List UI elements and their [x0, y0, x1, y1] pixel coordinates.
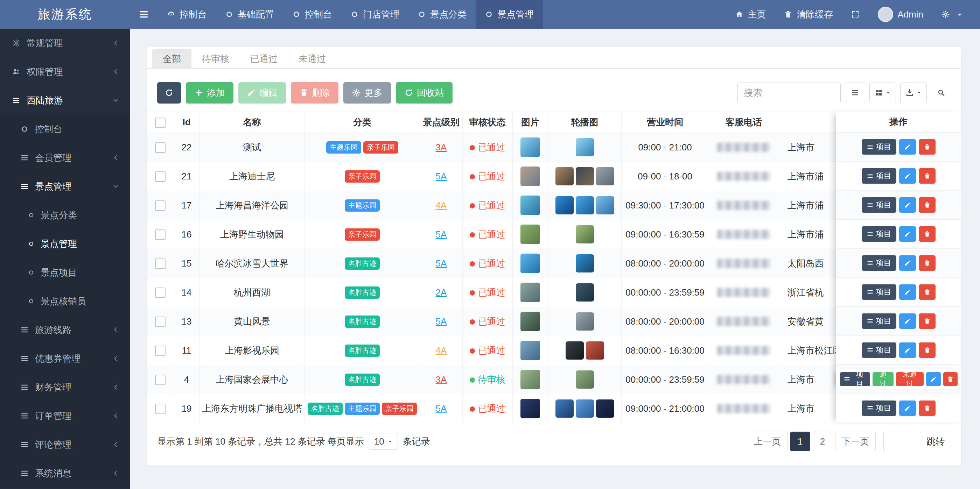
level-link[interactable]: 2A	[436, 287, 447, 298]
row-checkbox[interactable]	[155, 229, 165, 240]
row-edit-button[interactable]	[899, 284, 916, 300]
attraction-photo[interactable]	[520, 370, 540, 389]
edit-button[interactable]: 编辑	[239, 82, 286, 103]
carousel-photo[interactable]	[576, 254, 594, 273]
level-link[interactable]: 4A	[436, 345, 447, 356]
columns-button[interactable]	[869, 83, 896, 103]
row-checkbox[interactable]	[155, 142, 165, 153]
sidebar-toggle-button[interactable]	[130, 0, 158, 29]
delete-button[interactable]: 删除	[291, 82, 339, 103]
attraction-photo[interactable]	[520, 341, 540, 360]
attraction-photo[interactable]	[520, 283, 540, 302]
column-header[interactable]: 审核状态	[462, 112, 512, 133]
tab-filter[interactable]: 已通过	[240, 49, 288, 68]
row-checkbox[interactable]	[155, 404, 165, 414]
carousel-photo[interactable]	[555, 400, 574, 418]
row-checkbox[interactable]	[155, 316, 165, 327]
select-all-checkbox[interactable]	[155, 117, 165, 128]
page-number-button[interactable]: 2	[813, 432, 832, 451]
attraction-photo[interactable]	[520, 225, 540, 244]
project-button[interactable]: 项目	[862, 168, 896, 184]
level-link[interactable]: 3A	[436, 374, 447, 385]
attraction-photo[interactable]	[520, 167, 540, 186]
sidebar-item[interactable]: 景点管理	[0, 229, 130, 258]
project-button[interactable]: 项目	[862, 256, 896, 271]
column-header[interactable]: 分类	[304, 112, 420, 133]
row-edit-button[interactable]	[899, 256, 916, 271]
carousel-photo[interactable]	[576, 370, 594, 389]
row-delete-button[interactable]	[919, 313, 935, 329]
jump-button[interactable]: 跳转	[920, 432, 951, 451]
sidebar-item[interactable]: 控制台	[0, 115, 130, 143]
column-header[interactable]: 客服电话	[709, 112, 779, 133]
toggle-view-button[interactable]	[845, 83, 865, 103]
row-delete-button[interactable]	[919, 343, 935, 358]
settings-menu[interactable]	[932, 0, 973, 29]
topnav-item[interactable]: 控制台	[283, 0, 341, 29]
row-checkbox[interactable]	[155, 346, 165, 356]
attraction-photo[interactable]	[520, 399, 540, 418]
recycle-bin-button[interactable]: 回收站	[396, 82, 453, 103]
carousel-photo[interactable]	[555, 196, 574, 214]
topnav-item[interactable]: 景点管理	[476, 0, 543, 29]
row-edit-button[interactable]	[926, 372, 941, 386]
page-size-select[interactable]: 10	[369, 433, 398, 450]
level-link[interactable]: 5A	[436, 229, 447, 240]
page-number-button[interactable]: 1	[790, 432, 810, 451]
search-input[interactable]	[737, 83, 841, 103]
attraction-photo[interactable]	[520, 138, 540, 157]
refresh-button[interactable]	[157, 82, 181, 103]
row-checkbox[interactable]	[155, 200, 165, 211]
row-checkbox[interactable]	[155, 287, 165, 298]
tab-filter[interactable]: 全部	[152, 49, 191, 68]
column-header[interactable]: 轮播图	[548, 112, 621, 133]
project-button[interactable]: 项目	[862, 226, 896, 242]
level-link[interactable]: 3A	[436, 142, 447, 152]
topnav-item[interactable]: 景点分类	[409, 0, 476, 29]
row-delete-button[interactable]	[943, 372, 958, 386]
column-header[interactable]: 营业时间	[621, 112, 709, 133]
more-button[interactable]: 更多	[344, 82, 391, 103]
carousel-photo[interactable]	[555, 167, 574, 186]
sidebar-item[interactable]: 景点项目	[0, 258, 130, 287]
next-page-button[interactable]: 下一页	[835, 432, 876, 451]
sidebar-item[interactable]: 订单管理	[0, 402, 130, 430]
sidebar-item[interactable]: 权限管理	[0, 57, 130, 86]
topnav-item[interactable]: 基础配置	[216, 0, 283, 29]
carousel-photo[interactable]	[596, 196, 614, 214]
sidebar-item[interactable]: 景点核销员	[0, 287, 130, 316]
sidebar-item[interactable]: 景点管理	[0, 172, 130, 201]
topnav-clear-cache[interactable]: 清除缓存	[775, 0, 842, 29]
row-edit-button[interactable]	[899, 226, 916, 242]
row-edit-button[interactable]	[899, 343, 916, 358]
carousel-photo[interactable]	[576, 196, 594, 214]
sidebar-item[interactable]: 优惠券管理	[0, 344, 130, 373]
sidebar-item[interactable]: 常规管理	[0, 29, 130, 57]
row-delete-button[interactable]	[919, 284, 935, 300]
row-checkbox[interactable]	[155, 375, 165, 385]
user-menu[interactable]: Admin	[869, 0, 932, 29]
level-link[interactable]: 5A	[436, 258, 447, 268]
search-toggle-button[interactable]	[931, 83, 951, 103]
carousel-photo[interactable]	[576, 138, 594, 156]
carousel-photo[interactable]	[576, 283, 594, 302]
topnav-item[interactable]: 控制台	[158, 0, 216, 29]
project-button[interactable]: 项目	[862, 197, 896, 213]
carousel-photo[interactable]	[596, 400, 614, 418]
column-header[interactable]: Id	[173, 112, 199, 133]
row-delete-button[interactable]	[919, 197, 935, 213]
row-delete-button[interactable]	[919, 400, 935, 416]
reject-button[interactable]: 未通过	[896, 372, 924, 386]
add-button[interactable]: 添加	[186, 82, 234, 103]
column-header[interactable]: 名称	[199, 112, 304, 133]
project-button[interactable]: 项目	[862, 284, 896, 300]
row-edit-button[interactable]	[899, 313, 916, 329]
sidebar-item[interactable]: 旅游线路	[0, 316, 130, 344]
approve-button[interactable]: 通过	[873, 372, 894, 386]
row-delete-button[interactable]	[919, 256, 935, 271]
carousel-photo[interactable]	[576, 225, 594, 243]
row-checkbox[interactable]	[155, 171, 165, 182]
attraction-photo[interactable]	[520, 195, 540, 215]
fullscreen-button[interactable]	[842, 0, 869, 29]
sidebar-item[interactable]: 景点分类	[0, 201, 130, 229]
